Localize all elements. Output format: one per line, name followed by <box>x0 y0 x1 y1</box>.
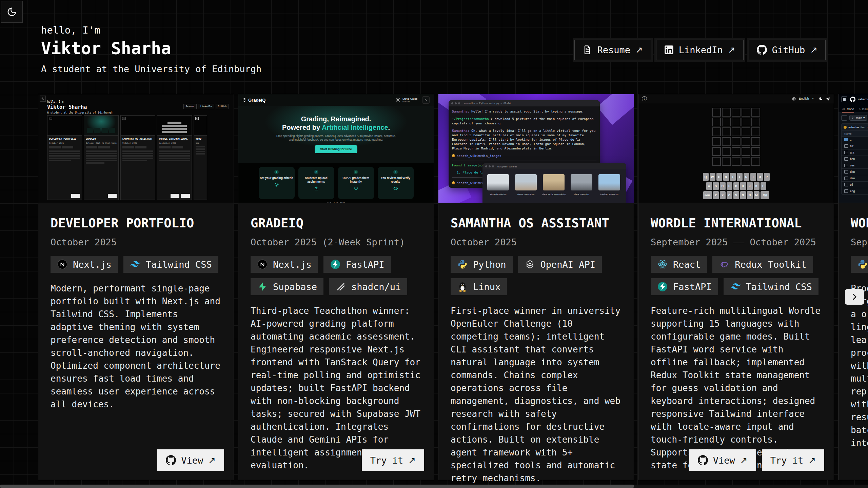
file-row: ell <box>842 181 868 188</box>
scrollbar-thumb[interactable] <box>0 485 634 488</box>
document-icon <box>583 45 592 55</box>
resume-label: Resume <box>597 45 630 55</box>
key: P <box>764 173 770 181</box>
file-icon <box>844 144 848 148</box>
file-row: ara <box>842 149 868 156</box>
file-row: dan <box>842 168 868 175</box>
finder-window: european_squares alexanderplatz.jpg piaz… <box>482 163 626 203</box>
github-icon <box>166 455 176 465</box>
react-icon <box>657 259 668 270</box>
theme-toggle-button[interactable] <box>1 1 23 23</box>
globe-icon <box>792 97 796 101</box>
file-row: ben <box>842 156 868 162</box>
gear-icon <box>274 182 279 187</box>
card-title: WORDLE INTERNATIONAL <box>651 216 822 230</box>
photo-thumbnail: plaza_mayor.jpg <box>570 174 593 195</box>
card-date: September 2025 –– October 2025 <box>651 237 822 247</box>
cta-button: Start Grading for Free <box>315 145 357 153</box>
tag-python: Python <box>451 256 513 273</box>
tag-redux: Redux Toolkit <box>712 256 813 273</box>
samantha-thumbnail: samantha — Python main.py — 82×24 Samant… <box>438 94 634 203</box>
moon-icon <box>7 7 17 17</box>
key: V <box>733 191 739 199</box>
wordle-grid <box>712 108 760 166</box>
portfolio-thumbnail: hello, I'm Viktor Sharha A student at th… <box>38 94 234 203</box>
tag-fastapi: FastAPI <box>651 278 718 295</box>
project-carousel: hello, I'm Viktor Sharha A student at th… <box>38 94 868 480</box>
card-title: GRADEIQ <box>251 216 421 230</box>
broken-image-icon <box>195 117 199 120</box>
globe-icon <box>452 181 455 184</box>
key: N <box>747 191 753 199</box>
try-it-button[interactable]: Try it ↗ <box>762 449 824 471</box>
card-description: Feature-rich multilingual Wordle support… <box>651 304 822 472</box>
moon-icon <box>422 96 430 104</box>
fastapi-icon <box>330 259 341 270</box>
portfolio-page: hello, I'm Viktor Sharha A student at th… <box>0 0 868 488</box>
key: G <box>733 182 739 190</box>
card-description-partial: Produ mergi a o lingu learn proce with m… <box>851 282 868 449</box>
tailwind-icon <box>730 281 741 292</box>
key: U <box>744 173 749 181</box>
avatar <box>844 126 847 129</box>
view-button[interactable]: View ↗ <box>689 449 756 471</box>
header: hello, I'm Viktor Sharha A student at th… <box>41 24 261 74</box>
shadcn-icon <box>335 281 346 292</box>
gradeiq-logo-icon <box>242 98 246 102</box>
linkedin-button[interactable]: LinkedIn ↗ <box>656 40 744 60</box>
broken-image-icon <box>49 117 52 120</box>
tag-fastapi: FastAPI <box>323 256 391 273</box>
nextjs-icon <box>57 259 68 270</box>
key: H <box>740 182 746 190</box>
file-row: .. <box>842 136 868 143</box>
photo-thumbnail: place_de_la_concorde.jpg <box>542 174 565 195</box>
linux-tux-icon <box>457 281 468 292</box>
key: Q <box>703 173 709 181</box>
horizontal-scrollbar[interactable] <box>0 485 868 488</box>
file-row: ces <box>842 162 868 168</box>
resume-button[interactable]: Resume ↗ <box>574 40 651 60</box>
github-button[interactable]: GitHub ↗ <box>749 40 826 60</box>
github-icon <box>698 455 708 465</box>
file-row: deu <box>842 175 868 181</box>
tech-tags: Python <box>851 256 868 273</box>
openai-icon <box>525 259 535 270</box>
card-description: Modern, performant single-page portfolio… <box>51 282 221 411</box>
tag-python: Python <box>851 256 868 273</box>
tab-code: <>Code <box>842 107 854 113</box>
wordle-thumbnail: ? English ∨ <box>638 94 834 203</box>
upload-icon <box>314 186 319 191</box>
key: O <box>757 173 763 181</box>
card-title: WORD <box>851 216 868 230</box>
globe-icon <box>452 154 455 157</box>
linkedin-label: LinkedIn <box>679 45 723 55</box>
key: J <box>747 182 753 190</box>
key: L <box>761 182 766 190</box>
tag-nextjs: Next.js <box>51 256 118 273</box>
key: M <box>754 191 760 199</box>
social-links: Resume ↗ LinkedIn ↗ GitHub ↗ <box>574 40 826 60</box>
photo-thumbnail: alexanderplatz.jpg <box>487 174 510 195</box>
moon-icon <box>819 97 823 101</box>
external-link-icon: ↗ <box>808 455 816 465</box>
try-it-button[interactable]: Try it ↗ <box>362 449 424 471</box>
key: A <box>706 182 712 190</box>
file-row: eng <box>842 188 868 194</box>
view-button[interactable]: View ↗ <box>157 449 224 471</box>
redux-icon <box>719 259 730 270</box>
gear-icon <box>826 97 830 101</box>
tag-tailwind: Tailwind CSS <box>724 278 818 295</box>
carousel-next-button[interactable] <box>845 289 864 305</box>
avatar-icon <box>396 98 400 102</box>
file-icon <box>844 151 848 154</box>
external-link-icon: ↗ <box>408 455 416 465</box>
key: E <box>716 173 722 181</box>
photo-thumbnail: piazza_navona.jpg <box>514 174 537 195</box>
card-title: SAMANTHA OS ASSISTANT <box>451 216 622 230</box>
key: R <box>723 173 729 181</box>
github-icon <box>850 97 855 102</box>
subtitle-text: A student at the University of Edinburgh <box>41 64 261 74</box>
key: ⌫ <box>761 191 769 199</box>
key: X <box>720 191 726 199</box>
page-title: Viktor Sharha <box>41 39 261 58</box>
